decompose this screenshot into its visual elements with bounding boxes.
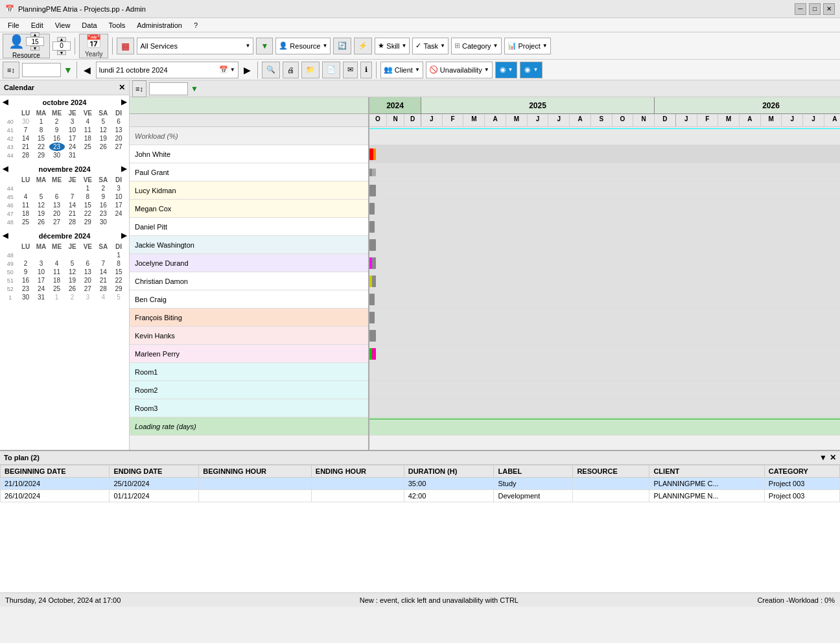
second-spinner-down[interactable]: ▼	[57, 51, 66, 55]
export-button[interactable]: 📁	[301, 62, 320, 78]
row-megan-cox[interactable]: Megan Cox	[130, 200, 368, 218]
cal-next-button[interactable]: ▶	[121, 98, 126, 106]
day-27[interactable]: 27	[111, 143, 126, 151]
chart-row-daniel-pitt[interactable]	[369, 218, 840, 236]
second-spinner[interactable]: ▲ ▼	[52, 37, 71, 55]
table-row[interactable]: 21/10/2024 25/10/2024 35:00 Study PLANNI…	[1, 478, 840, 490]
day-13[interactable]: 13	[111, 126, 126, 134]
project-dropdown[interactable]: 📊 Project ▼	[504, 38, 551, 54]
resource-spinner[interactable]: ▲ ▼	[26, 32, 44, 51]
day-28[interactable]: 28	[18, 151, 34, 159]
nav-right-button[interactable]: ▶	[241, 65, 253, 75]
day-20[interactable]: 20	[111, 134, 126, 143]
spinner-down[interactable]: ▼	[30, 46, 40, 51]
day-17[interactable]: 17	[65, 134, 80, 143]
day-4[interactable]: 4	[80, 117, 95, 126]
menu-tools[interactable]: Tools	[104, 20, 131, 30]
day-25[interactable]: 25	[80, 143, 95, 151]
day-1[interactable]: 1	[34, 117, 49, 126]
nav-left-button[interactable]: ◀	[81, 65, 93, 75]
col-beginning-date[interactable]: BEGINNING DATE	[1, 465, 110, 478]
chart-row-paul-grant[interactable]	[369, 163, 840, 181]
day-14[interactable]: 14	[18, 134, 34, 143]
col-category[interactable]: CATEGORY	[764, 465, 839, 478]
row-room2[interactable]: Room2	[130, 381, 368, 399]
day-30[interactable]: 30	[49, 151, 65, 159]
day-30-prev[interactable]: 30	[18, 117, 34, 126]
day-19[interactable]: 19	[95, 134, 111, 143]
day-11[interactable]: 11	[80, 126, 95, 134]
bottom-close-button[interactable]: ✕	[830, 453, 836, 462]
col-resource[interactable]: RESOURCE	[573, 465, 649, 478]
search-button[interactable]: 🔍	[262, 62, 280, 78]
print-button[interactable]: 🖨	[283, 62, 299, 78]
row-room3[interactable]: Room3	[130, 399, 368, 417]
chart-row-jocelyne-durand[interactable]	[369, 254, 840, 272]
row-christian-damon[interactable]: Christian Damon	[130, 272, 368, 290]
chart-row-lucy-kidman[interactable]	[369, 181, 840, 200]
row-ben-craig[interactable]: Ben Craig	[130, 290, 368, 309]
info-button[interactable]: ℹ	[360, 62, 372, 78]
sidebar-close-button[interactable]: ✕	[119, 83, 125, 92]
row-room1[interactable]: Room1	[130, 363, 368, 381]
row-francois-biting[interactable]: François Biting	[130, 309, 368, 327]
gantt-sort-button[interactable]: ≡↕	[132, 80, 146, 97]
minimize-button[interactable]: ─	[795, 3, 806, 15]
row-john-white[interactable]: John White	[130, 145, 368, 163]
col-client[interactable]: CLIENT	[649, 465, 764, 478]
day-12[interactable]: 12	[95, 126, 111, 134]
skill-dropdown[interactable]: ★ Skill ▼	[375, 38, 410, 54]
chart-row-room2[interactable]	[369, 381, 840, 399]
date-display[interactable]: lundi 21 octobre 2024 📅 ▼	[96, 62, 239, 78]
day-21[interactable]: 21	[18, 143, 34, 151]
client-dropdown[interactable]: 👥 Client ▼	[380, 62, 423, 78]
extra-button2[interactable]: ⚡	[354, 38, 372, 54]
maximize-button[interactable]: □	[809, 3, 821, 15]
services-dropdown[interactable]: All Services ▼	[137, 38, 253, 54]
chart-row-room3[interactable]	[369, 399, 840, 417]
day-15[interactable]: 15	[34, 134, 49, 143]
gantt-chart-area[interactable]: 2024 2025 2026 O N D J F M A M J	[369, 97, 840, 450]
menu-view[interactable]: View	[50, 20, 76, 30]
col-ending-hour[interactable]: ENDING HOUR	[311, 465, 404, 478]
chart-row-marleen-perry[interactable]	[369, 345, 840, 363]
cal-prev-nov[interactable]: ◀	[3, 165, 8, 173]
chart-row-jackie-washington[interactable]	[369, 236, 840, 254]
day-8[interactable]: 8	[34, 126, 49, 134]
filter-button[interactable]: ▦	[117, 38, 134, 54]
spinner-up[interactable]: ▲	[30, 32, 40, 37]
day-22[interactable]: 22	[34, 143, 49, 151]
day-16[interactable]: 16	[49, 134, 65, 143]
category-dropdown[interactable]: ⊞ Category ▼	[451, 38, 502, 54]
unavailability-dropdown[interactable]: 🚫 Unavailability ▼	[426, 62, 493, 78]
day-26[interactable]: 26	[95, 143, 111, 151]
pdf-button[interactable]: 📄	[322, 62, 340, 78]
col-duration[interactable]: DURATION (H)	[404, 465, 494, 478]
search-input[interactable]	[22, 63, 61, 77]
row-kevin-hanks[interactable]: Kevin Hanks	[130, 327, 368, 345]
sort-button[interactable]: ≡↕	[3, 62, 19, 78]
task-dropdown[interactable]: ✓ Task ▼	[412, 38, 449, 54]
funnel-button[interactable]: ▼	[256, 38, 273, 54]
menu-admin[interactable]: Administration	[132, 20, 187, 30]
menu-help[interactable]: ?	[189, 20, 203, 30]
toggle1[interactable]: ◉ ▼	[495, 62, 518, 78]
row-marleen-perry[interactable]: Marleen Perry	[130, 345, 368, 363]
chart-row-francois-biting[interactable]	[369, 309, 840, 327]
menu-data[interactable]: Data	[76, 20, 102, 30]
chart-row-kevin-hanks[interactable]	[369, 327, 840, 345]
day-23-today[interactable]: 23	[49, 143, 65, 151]
email-button[interactable]: ✉	[343, 62, 358, 78]
day-18[interactable]: 18	[80, 134, 95, 143]
day-3[interactable]: 3	[65, 117, 80, 126]
col-beginning-hour[interactable]: BEGINNING HOUR	[199, 465, 312, 478]
day-6[interactable]: 6	[111, 117, 126, 126]
gantt-search-input[interactable]	[149, 82, 188, 95]
day-31[interactable]: 31	[65, 151, 80, 159]
day-7[interactable]: 7	[18, 126, 34, 134]
toggle2[interactable]: ◉ ▼	[520, 62, 542, 78]
yearly-view-button[interactable]: 📅 Yearly	[79, 34, 108, 58]
day-2[interactable]: 2	[49, 117, 65, 126]
chart-row-room1[interactable]	[369, 363, 840, 381]
second-spinner-input[interactable]	[52, 41, 71, 51]
